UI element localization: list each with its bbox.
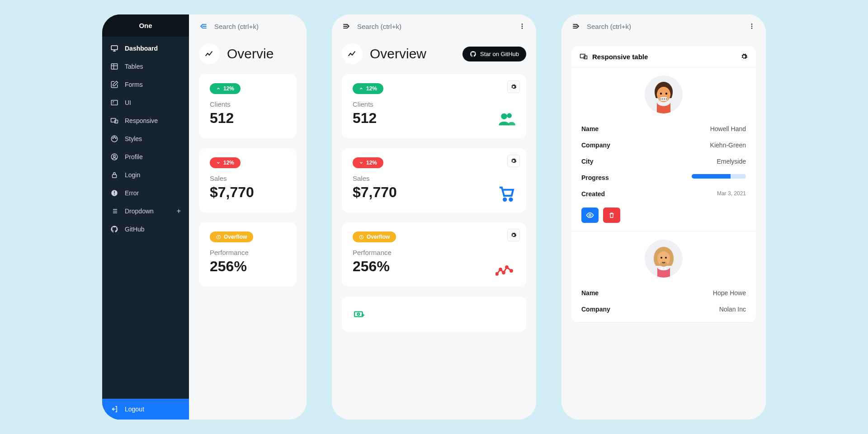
field-label: Progress: [581, 174, 609, 181]
dots-vertical-icon[interactable]: [748, 22, 756, 30]
sidebar-item-label: Forms: [125, 81, 143, 88]
svg-rect-1: [111, 64, 118, 69]
sidebar-item-styles[interactable]: Styles: [102, 130, 189, 148]
stat-card-extra: [342, 297, 526, 332]
menu-collapse-icon[interactable]: [199, 22, 208, 31]
sidebar-item-label: Styles: [125, 135, 142, 142]
sidebar-item-profile[interactable]: Profile: [102, 148, 189, 166]
svg-point-27: [506, 266, 508, 269]
search-input[interactable]: [357, 23, 512, 30]
svg-point-18: [522, 28, 523, 29]
main-panel: Overvie 12% Clients 512 12% Sales $7,770: [189, 14, 307, 420]
field-label: Company: [581, 142, 610, 149]
topbar: [189, 14, 307, 38]
view-button[interactable]: [581, 208, 599, 223]
sidebar-item-label: Login: [125, 171, 140, 179]
stat-value: 256%: [353, 258, 515, 275]
users-icon: [497, 110, 515, 128]
trend-pill-up: 12%: [353, 83, 383, 94]
plus-icon: +: [177, 207, 181, 215]
sidebar-item-responsive[interactable]: Responsive: [102, 112, 189, 130]
brand-label: One: [102, 14, 189, 37]
table-row: NameHowell Hand CompanyKiehn-Green CityE…: [571, 67, 756, 231]
sidebar-item-dashboard[interactable]: Dashboard: [102, 39, 189, 57]
avatar: [645, 75, 683, 113]
menu-expand-icon[interactable]: [342, 22, 351, 31]
svg-point-22: [509, 198, 512, 201]
topbar: [332, 14, 536, 38]
stat-card-performance: Overflow Performance 256%: [342, 222, 526, 287]
search-input[interactable]: [587, 23, 741, 30]
layout-icon: [110, 99, 118, 107]
table-header: Responsive table: [571, 46, 756, 67]
dots-vertical-icon[interactable]: [518, 22, 526, 30]
chart-line-icon: [342, 43, 363, 64]
phone-responsive-table: Responsive table: [561, 14, 766, 420]
progress-bar: [692, 174, 746, 179]
stat-value: $7,770: [210, 184, 286, 201]
stat-card-clients: 12% Clients 512: [199, 74, 297, 138]
page-title: Overview: [370, 46, 426, 61]
field-label: City: [581, 158, 593, 165]
topbar: [561, 14, 766, 38]
github-star-button[interactable]: Star on GitHub: [462, 47, 526, 61]
svg-point-31: [751, 24, 753, 25]
sidebar-item-label: Responsive: [125, 117, 158, 124]
svg-point-8: [115, 138, 116, 139]
svg-rect-0: [111, 46, 118, 50]
stat-card-sales: 12% Sales $7,770: [342, 148, 526, 212]
field-value: Emelyside: [717, 158, 746, 165]
field-value: Howell Hand: [710, 125, 746, 132]
stat-label: Sales: [210, 175, 286, 182]
user-circle-icon: [110, 153, 118, 161]
stat-value: 512: [210, 110, 286, 127]
trend-pill-down: 12%: [353, 157, 383, 168]
field-value: Kiehn-Green: [710, 142, 746, 149]
svg-point-17: [522, 26, 523, 27]
svg-rect-14: [114, 194, 115, 195]
svg-point-21: [504, 198, 506, 201]
svg-point-10: [113, 155, 116, 157]
field-label: Name: [581, 125, 599, 132]
eye-icon: [586, 211, 594, 219]
svg-point-6: [113, 138, 113, 139]
svg-point-25: [500, 269, 502, 271]
gear-icon[interactable]: [507, 229, 520, 241]
github-icon: [110, 225, 118, 233]
sidebar-item-github[interactable]: GitHub: [102, 220, 189, 238]
logout-icon: [110, 405, 118, 413]
search-input[interactable]: [214, 23, 300, 30]
svg-point-33: [751, 28, 753, 29]
sidebar-item-ui[interactable]: UI: [102, 94, 189, 112]
sidebar-item-tables[interactable]: Tables: [102, 57, 189, 75]
responsive-table-card: Responsive table: [571, 46, 756, 322]
github-icon: [470, 51, 476, 57]
svg-rect-48: [665, 268, 666, 270]
svg-point-20: [507, 113, 512, 118]
table-row: NameHope Howe CompanyNolan Inc: [571, 231, 756, 322]
stat-value: $7,770: [353, 184, 515, 201]
logout-button[interactable]: Logout: [102, 399, 189, 420]
sidebar-item-error[interactable]: Error: [102, 184, 189, 202]
svg-point-30: [357, 313, 359, 316]
sidebar-item-label: UI: [125, 99, 131, 106]
gear-icon[interactable]: [741, 53, 748, 60]
table-title: Responsive table: [592, 53, 648, 61]
table-section: Responsive table: [561, 38, 766, 420]
svg-rect-2: [111, 100, 118, 105]
sidebar-item-forms[interactable]: Forms: [102, 75, 189, 94]
cart-icon: [497, 184, 515, 203]
sidebar-item-login[interactable]: Login: [102, 166, 189, 184]
sidebar-item-dropdown[interactable]: Dropdown +: [102, 202, 189, 220]
overview-section: Overvie 12% Clients 512 12% Sales $7,770: [189, 38, 307, 420]
responsive-icon: [110, 117, 118, 125]
gear-icon[interactable]: [507, 80, 520, 93]
phone-overview: Overview Star on GitHub 12% Clients 512: [332, 14, 536, 420]
delete-button[interactable]: [603, 208, 620, 223]
trend-pill-down: 12%: [210, 157, 241, 168]
field-value: Nolan Inc: [719, 306, 746, 313]
menu-expand-icon[interactable]: [571, 22, 580, 31]
page-title: Overvie: [227, 46, 274, 61]
svg-point-39: [665, 93, 667, 94]
gear-icon[interactable]: [507, 155, 520, 167]
